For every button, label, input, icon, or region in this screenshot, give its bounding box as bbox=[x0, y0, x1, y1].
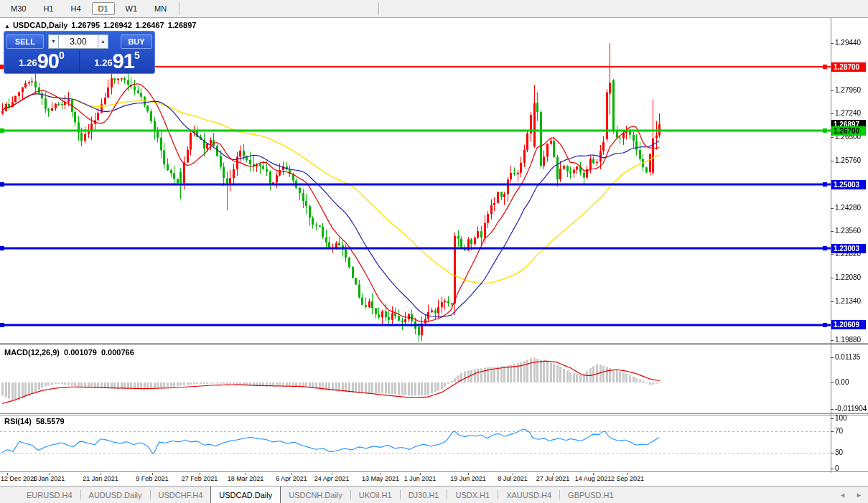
price-tick-dash bbox=[831, 43, 834, 44]
tab-usdcad-daily[interactable]: USDCAD.Daily bbox=[210, 486, 281, 503]
buy-button[interactable]: BUY bbox=[121, 34, 152, 49]
price-tick-label: 1.22080 bbox=[835, 273, 868, 282]
volume-down-icon[interactable]: ▼ bbox=[48, 34, 59, 49]
collapse-panel-icon[interactable]: ▲ bbox=[4, 23, 10, 29]
timeframe-toolbar: M30H1H4D1W1MN bbox=[0, 0, 868, 18]
tab-usdchf-h4[interactable]: USDCHF.H4 bbox=[151, 486, 211, 503]
price-tick-dash bbox=[831, 208, 834, 209]
price-tick-label: 1.25760 bbox=[835, 156, 868, 165]
tab-xauusd-h4[interactable]: XAUUSD.H4 bbox=[498, 486, 559, 503]
macd-value-2: 0.000766 bbox=[101, 348, 134, 357]
buy-price[interactable]: 1.26915 bbox=[80, 50, 154, 73]
price-tick-label: 1.24280 bbox=[835, 204, 868, 212]
chart-tab-bar: EURUSD.H4AUDUSD.DailyUSDCHF.H4USDCAD.Dai… bbox=[0, 486, 868, 503]
rsi-name: RSI(14) bbox=[4, 417, 32, 426]
macd-scale-dash bbox=[831, 409, 834, 410]
price-badge-126700: 1.26700 bbox=[831, 126, 866, 136]
date-axis: 12 Dec 20201 Jan 202121 Jan 20219 Feb 20… bbox=[0, 473, 868, 486]
price-tick-dash bbox=[831, 254, 834, 255]
sell-price-prefix: 1.26 bbox=[19, 55, 37, 72]
price-tick-label: 1.19880 bbox=[835, 336, 868, 344]
date-label: 27 Jul 2021 bbox=[536, 475, 570, 482]
ohlc-open: 1.26795 bbox=[71, 21, 100, 29]
macd-scale-label: 0.01135 bbox=[835, 353, 868, 362]
volume-input[interactable]: 3.00 bbox=[59, 34, 98, 49]
tab-eurusd-h4[interactable]: EURUSD.H4 bbox=[19, 486, 80, 503]
tab-scroll-right-icon[interactable]: ► bbox=[856, 492, 862, 499]
volume-up-icon[interactable]: ▲ bbox=[98, 34, 108, 49]
tab-gbpusd-h1[interactable]: GBPUSD.H1 bbox=[560, 486, 622, 503]
rsi-scale-label: 100 bbox=[835, 414, 868, 423]
toolbar-separator bbox=[179, 2, 180, 15]
tab-usdx-h1[interactable]: USDX.H1 bbox=[447, 486, 498, 503]
timeframe-button-h1[interactable]: H1 bbox=[37, 2, 60, 15]
mt4-window: M30H1H4D1W1MN ▲USDCAD,Daily1.267951.2694… bbox=[0, 0, 868, 503]
date-label: 24 Apr 2021 bbox=[314, 475, 350, 482]
macd-scale-dash bbox=[831, 357, 834, 358]
price-tick-dash bbox=[831, 90, 834, 91]
macd-value-1: 0.001079 bbox=[64, 348, 97, 357]
timeframe-button-mn[interactable]: MN bbox=[148, 2, 173, 15]
tab-scroll-arrows: ◄ ► bbox=[839, 486, 862, 503]
price-tick-dash bbox=[831, 301, 834, 302]
ohlc-low: 1.26467 bbox=[136, 21, 164, 29]
price-tick-dash bbox=[831, 231, 834, 232]
tab-ukoil-h1[interactable]: UKOil.H1 bbox=[351, 486, 400, 503]
price-badge-128700: 1.28700 bbox=[831, 62, 866, 72]
price-badge-125003: 1.25003 bbox=[831, 180, 866, 189]
ohlc-close: 1.26897 bbox=[168, 21, 197, 29]
buy-price-pip: 5 bbox=[134, 50, 140, 60]
buy-price-main: 91 bbox=[113, 51, 134, 72]
toolbar-separator-2 bbox=[378, 2, 380, 15]
price-tick-label: 1.23560 bbox=[835, 227, 868, 235]
rsi-scale-dash bbox=[831, 418, 834, 419]
one-click-trading-panel: SELL ▼ 3.00 ▲ BUY 1.26900 1.26915 bbox=[4, 31, 155, 74]
date-label: 18 Mar 2021 bbox=[228, 475, 264, 482]
rsi-value: 58.5579 bbox=[36, 417, 65, 426]
timeframe-button-d1[interactable]: D1 bbox=[92, 2, 115, 15]
buy-price-prefix: 1.26 bbox=[94, 55, 112, 72]
price-tick-label: 1.29440 bbox=[835, 39, 868, 47]
rsi-scale-label: 0 bbox=[835, 464, 868, 473]
symbol-ohlc-line: ▲USDCAD,Daily1.267951.269421.264671.2689… bbox=[4, 21, 200, 29]
rsi-scale-dash bbox=[831, 431, 834, 432]
date-label: 6 Apr 2021 bbox=[276, 475, 307, 482]
date-label: 21 Jan 2021 bbox=[83, 475, 118, 482]
ohlc-high: 1.26942 bbox=[103, 21, 132, 29]
macd-scale-label: -0.011904 bbox=[835, 405, 868, 413]
price-badge-120609: 1.20609 bbox=[831, 320, 866, 329]
macd-scale-label: 0.00 bbox=[835, 378, 868, 387]
sell-price-pip: 0 bbox=[59, 50, 65, 60]
date-label: 1 Jan 2021 bbox=[33, 475, 65, 482]
sell-button[interactable]: SELL bbox=[6, 34, 44, 49]
date-label: 19 Jun 2021 bbox=[450, 475, 486, 482]
volume-stepper: ▼ 3.00 ▲ bbox=[48, 34, 108, 49]
tab-scroll-left-icon[interactable]: ◄ bbox=[839, 492, 846, 499]
sell-price-main: 90 bbox=[37, 51, 59, 72]
date-label: 9 Feb 2021 bbox=[136, 475, 169, 482]
tab-usdcnh-daily[interactable]: USDCNH.Daily bbox=[281, 486, 350, 503]
symbol-title: USDCAD,Daily bbox=[13, 21, 67, 29]
tab-dj30-h1[interactable]: DJ30.H1 bbox=[401, 486, 447, 503]
price-chart-canvas[interactable] bbox=[0, 18, 831, 473]
price-tick-dash bbox=[831, 161, 834, 161]
tabbar-left-pad bbox=[0, 486, 19, 503]
price-tick-label: 1.27240 bbox=[835, 109, 868, 118]
rsi-scale-label: 30 bbox=[835, 448, 868, 457]
price-tick-dash bbox=[831, 278, 834, 278]
rsi-panel-splitter[interactable] bbox=[0, 413, 868, 415]
macd-scale-dash bbox=[831, 382, 834, 383]
price-tick-dash bbox=[831, 113, 834, 114]
chart-tabs: EURUSD.H4AUDUSD.DailyUSDCHF.H4USDCAD.Dai… bbox=[19, 486, 622, 503]
date-label: 14 Aug 2021 bbox=[575, 475, 612, 482]
date-label: 8 Jul 2021 bbox=[498, 475, 528, 482]
tab-audusd-daily[interactable]: AUDUSD.Daily bbox=[81, 486, 150, 503]
rsi-label: RSI(14)58.5579 bbox=[4, 417, 69, 426]
timeframe-button-w1[interactable]: W1 bbox=[119, 2, 144, 15]
timeframe-button-h4[interactable]: H4 bbox=[64, 2, 87, 15]
date-label: 1 Jun 2021 bbox=[404, 475, 437, 482]
timeframe-buttons: M30H1H4D1W1MN bbox=[0, 2, 173, 15]
timeframe-button-m30[interactable]: M30 bbox=[4, 2, 32, 15]
sell-price[interactable]: 1.26900 bbox=[4, 50, 79, 73]
macd-panel-splitter[interactable] bbox=[0, 343, 868, 345]
